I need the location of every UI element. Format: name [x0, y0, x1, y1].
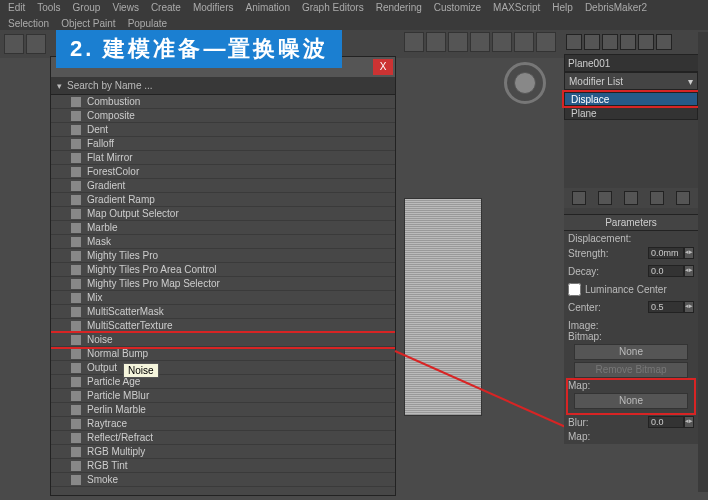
- motion-tab-icon[interactable]: [620, 34, 636, 50]
- modifier-list-dropdown[interactable]: Modifier List ▾: [564, 72, 698, 90]
- map-swatch-icon: [71, 223, 81, 233]
- list-item: Falloff: [51, 137, 395, 151]
- menu-edit[interactable]: Edit: [8, 2, 25, 14]
- tool-icon[interactable]: [448, 32, 468, 52]
- menu-views[interactable]: Views: [112, 2, 139, 14]
- list-item: Output: [51, 361, 395, 375]
- list-item: Mighty Tiles Pro Map Selector: [51, 277, 395, 291]
- utilities-tab-icon[interactable]: [656, 34, 672, 50]
- remove-icon[interactable]: [650, 191, 664, 205]
- bitmap-none-button[interactable]: None: [574, 344, 688, 360]
- list-item: RGB Tint: [51, 459, 395, 473]
- menu-animation[interactable]: Animation: [245, 2, 289, 14]
- list-item: MultiScatterMask: [51, 305, 395, 319]
- submenu-selection[interactable]: Selection: [8, 18, 49, 28]
- list-item: Mighty Tiles Pro: [51, 249, 395, 263]
- tool-undo-icon[interactable]: [4, 34, 24, 54]
- list-item: Particle Age: [51, 375, 395, 389]
- pin-icon[interactable]: [572, 191, 586, 205]
- spinner-icon[interactable]: ◂▸: [684, 247, 694, 259]
- stack-plane[interactable]: Plane: [564, 106, 698, 120]
- luminance-checkbox[interactable]: [568, 283, 581, 296]
- image-label: Image:: [568, 320, 694, 331]
- gizmo-center-icon[interactable]: [514, 72, 536, 94]
- modifier-stack[interactable]: Displace Plane: [564, 92, 698, 120]
- menu-group[interactable]: Group: [73, 2, 101, 14]
- tool-icon[interactable]: [536, 32, 556, 52]
- list-item: Mix: [51, 291, 395, 305]
- sub-menu: Selection Object Paint Populate: [0, 16, 708, 30]
- center-input[interactable]: [648, 301, 684, 313]
- material-browser-dialog: X ▾ Search by Name ... Combustion Compos…: [50, 56, 396, 496]
- blur-label: Blur:: [568, 417, 589, 428]
- search-label: Search by Name ...: [67, 80, 153, 91]
- list-item: Particle MBlur: [51, 389, 395, 403]
- tool-icon[interactable]: [404, 32, 424, 52]
- stack-toolbar: [564, 188, 698, 208]
- menu-tools[interactable]: Tools: [37, 2, 60, 14]
- main-menu[interactable]: Edit Tools Group Views Create Modifiers …: [0, 0, 708, 16]
- menu-maxscript[interactable]: MAXScript: [493, 2, 540, 14]
- tool-redo-icon[interactable]: [26, 34, 46, 54]
- map-swatch-icon: [71, 153, 81, 163]
- menu-debrismaker[interactable]: DebrisMaker2: [585, 2, 647, 14]
- search-row[interactable]: ▾ Search by Name ...: [51, 77, 395, 95]
- show-icon[interactable]: [598, 191, 612, 205]
- command-panel: Modifier List ▾ Displace Plane Parameter…: [564, 32, 698, 444]
- list-item: MultiScatterTexture: [51, 319, 395, 333]
- viewcube-gizmo[interactable]: [504, 62, 546, 104]
- map-swatch-icon: [71, 237, 81, 247]
- modify-tab-icon[interactable]: [584, 34, 600, 50]
- tool-icon[interactable]: [426, 32, 446, 52]
- menu-help[interactable]: Help: [552, 2, 573, 14]
- unique-icon[interactable]: [624, 191, 638, 205]
- spinner-icon[interactable]: ◂▸: [684, 416, 694, 428]
- close-icon[interactable]: X: [373, 59, 393, 75]
- menu-rendering[interactable]: Rendering: [376, 2, 422, 14]
- menu-create[interactable]: Create: [151, 2, 181, 14]
- map-swatch-icon: [71, 419, 81, 429]
- hierarchy-tab-icon[interactable]: [602, 34, 618, 50]
- map-swatch-icon: [71, 279, 81, 289]
- list-item: Normal Bump: [51, 347, 395, 361]
- menu-customize[interactable]: Customize: [434, 2, 481, 14]
- display-tab-icon[interactable]: [638, 34, 654, 50]
- bitmap-label: Bitmap:: [568, 331, 694, 342]
- tool-icon[interactable]: [514, 32, 534, 52]
- decay-input[interactable]: [648, 265, 684, 277]
- tool-icon[interactable]: [492, 32, 512, 52]
- map-swatch-icon: [71, 265, 81, 275]
- menu-modifiers[interactable]: Modifiers: [193, 2, 234, 14]
- strength-input[interactable]: [648, 247, 684, 259]
- menu-grapheditors[interactable]: Graph Editors: [302, 2, 364, 14]
- list-item: Gradient Ramp: [51, 193, 395, 207]
- displacement-group: Displacement: Strength: ◂▸ Decay: ◂▸ Lum…: [564, 231, 698, 318]
- parameters-header[interactable]: Parameters: [564, 214, 698, 231]
- map-swatch-icon: [71, 461, 81, 471]
- spinner-icon[interactable]: ◂▸: [684, 265, 694, 277]
- blur-input[interactable]: [648, 416, 684, 428]
- tool-icon[interactable]: [470, 32, 490, 52]
- remove-bitmap-button[interactable]: Remove Bitmap: [574, 362, 688, 378]
- config-icon[interactable]: [676, 191, 690, 205]
- map-list[interactable]: Combustion Composite Dent Falloff Flat M…: [51, 95, 395, 487]
- list-item: Reflect/Refract: [51, 431, 395, 445]
- stack-displace[interactable]: Displace: [564, 92, 698, 106]
- object-name-input[interactable]: [564, 54, 699, 72]
- list-item: Flat Mirror: [51, 151, 395, 165]
- submenu-objectpaint[interactable]: Object Paint: [61, 18, 115, 28]
- panel-tabs: [564, 32, 698, 54]
- map-label: Map:: [568, 380, 694, 391]
- list-item: Perlin Marble: [51, 403, 395, 417]
- submenu-populate[interactable]: Populate: [128, 18, 167, 28]
- map-footer-label: Map:: [568, 431, 694, 442]
- tutorial-banner: 2. 建模准备—置换噪波: [56, 30, 342, 68]
- map-swatch-icon: [71, 125, 81, 135]
- list-item: Composite: [51, 109, 395, 123]
- list-item-noise: Noise: [51, 333, 395, 347]
- create-tab-icon[interactable]: [566, 34, 582, 50]
- map-none-button[interactable]: None: [574, 393, 688, 409]
- map-swatch-icon: [71, 307, 81, 317]
- spinner-icon[interactable]: ◂▸: [684, 301, 694, 313]
- expand-arrow-icon[interactable]: ▾: [57, 81, 67, 91]
